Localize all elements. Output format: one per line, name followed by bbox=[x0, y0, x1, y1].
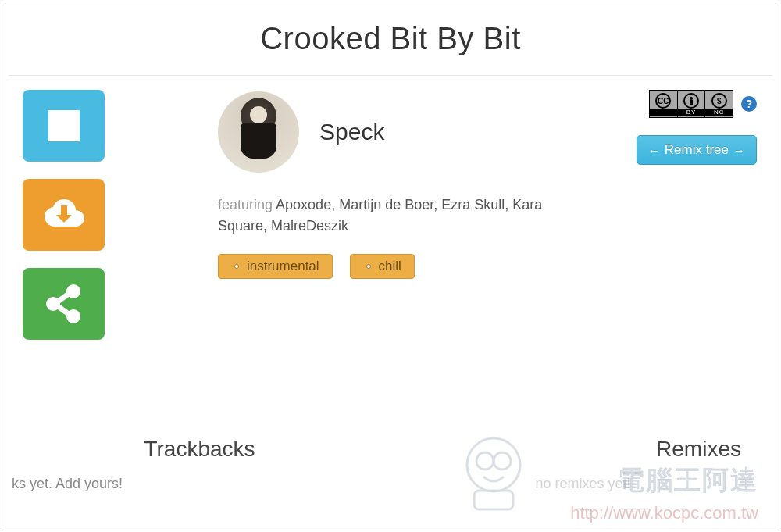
tag-label: chill bbox=[379, 259, 401, 274]
trackbacks-heading: Trackbacks bbox=[9, 437, 390, 462]
svg-point-11 bbox=[476, 452, 494, 470]
remix-tree-button[interactable]: ← Remix tree → bbox=[637, 135, 757, 165]
by-cell: BY bbox=[678, 91, 706, 117]
svg-rect-9 bbox=[690, 100, 693, 105]
trackbacks-empty-text: ks yet. Add yours! bbox=[9, 476, 390, 492]
nc-cell: $ NC bbox=[705, 91, 733, 117]
right-column: CC BY $ NC ? ← bbox=[616, 90, 772, 165]
svg-rect-13 bbox=[474, 491, 513, 509]
divider bbox=[9, 75, 772, 76]
cc-license-badge[interactable]: CC BY $ NC bbox=[649, 90, 733, 118]
arrow-left-icon: ← bbox=[648, 144, 660, 157]
track-title: Crooked Bit By Bit bbox=[9, 21, 772, 56]
featuring-block: featuring Apoxode, Martijn de Boer, Ezra… bbox=[218, 195, 593, 237]
play-stop-button[interactable] bbox=[23, 90, 105, 162]
watermark-mascot bbox=[451, 430, 537, 516]
cc-cell: CC bbox=[650, 91, 678, 117]
cc-icon: CC bbox=[655, 93, 671, 109]
download-button[interactable] bbox=[23, 179, 105, 251]
tag-hole-icon bbox=[234, 264, 239, 269]
artist-name[interactable]: Speck bbox=[319, 119, 384, 145]
tag-list: instrumental chill bbox=[218, 254, 601, 279]
svg-point-12 bbox=[494, 452, 511, 470]
artist-row: Speck bbox=[218, 91, 601, 173]
tag-hole-icon bbox=[366, 264, 371, 269]
by-icon bbox=[683, 93, 699, 109]
stop-icon bbox=[41, 102, 87, 149]
svg-rect-0 bbox=[48, 110, 80, 141]
svg-line-6 bbox=[58, 294, 69, 302]
watermark-name: 電腦王阿達 bbox=[618, 462, 758, 498]
info-column: Speck featuring Apoxode, Martijn de Boer… bbox=[116, 90, 616, 279]
tag-label: instrumental bbox=[247, 259, 319, 274]
license-row: CC BY $ NC ? bbox=[649, 90, 757, 118]
share-icon bbox=[41, 280, 87, 327]
page-frame: Crooked Bit By Bit bbox=[2, 2, 779, 530]
license-help-icon[interactable]: ? bbox=[741, 96, 757, 112]
action-column bbox=[23, 90, 116, 357]
tag-chill[interactable]: chill bbox=[350, 254, 415, 279]
artist-avatar[interactable] bbox=[218, 91, 299, 173]
watermark-url: http://www.kocpc.com.tw bbox=[570, 503, 758, 523]
share-button[interactable] bbox=[23, 268, 105, 340]
remixes-heading: Remixes bbox=[390, 437, 772, 462]
tag-instrumental[interactable]: instrumental bbox=[218, 254, 333, 279]
content-row: Speck featuring Apoxode, Martijn de Boer… bbox=[9, 90, 772, 357]
featuring-label: featuring bbox=[218, 197, 273, 212]
arrow-right-icon: → bbox=[733, 144, 745, 157]
svg-rect-1 bbox=[61, 205, 67, 215]
remix-tree-label: Remix tree bbox=[665, 142, 729, 158]
cloud-download-icon bbox=[41, 191, 87, 238]
nc-icon: $ bbox=[711, 93, 727, 109]
svg-line-7 bbox=[58, 306, 69, 314]
svg-point-8 bbox=[690, 97, 693, 100]
trackbacks-section: Trackbacks ks yet. Add yours! bbox=[9, 437, 390, 492]
